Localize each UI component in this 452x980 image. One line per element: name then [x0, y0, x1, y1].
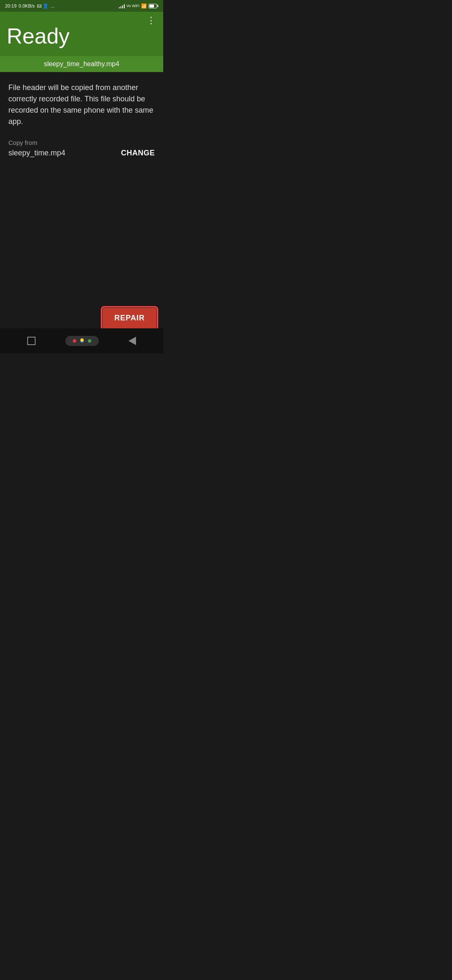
dot-green [88, 339, 91, 343]
time-display: 20:19 [5, 3, 17, 8]
bottom-section: REPAIR [103, 308, 157, 328]
status-bar: 20:19 0.0KB/s 🖂 👤 ... Vo WiFi 📶 [0, 0, 163, 12]
dots-indicator: ... [51, 3, 54, 8]
description-text: File header will be copied from another … [8, 82, 155, 127]
battery-icon [149, 4, 158, 8]
nav-bar [0, 328, 163, 353]
main-content: File header will be copied from another … [0, 72, 163, 168]
target-filename: sleepy_time_healthy.mp4 [44, 60, 119, 67]
repair-button[interactable]: REPAIR [103, 308, 157, 328]
back-button[interactable] [128, 337, 136, 345]
change-button[interactable]: CHANGE [121, 149, 155, 157]
network-speed: 0.0KB/s [19, 3, 35, 8]
status-right: Vo WiFi 📶 [119, 3, 158, 9]
dot-red [73, 339, 76, 343]
signal-icon [119, 3, 125, 8]
filename-bar: sleepy_time_healthy.mp4 [0, 56, 163, 72]
dot-yellow [80, 338, 84, 342]
copy-from-row: sleepy_time.mp4 CHANGE [8, 149, 155, 157]
copy-from-label: Copy from [8, 139, 155, 146]
recents-button[interactable] [27, 337, 36, 345]
page-title: Ready [7, 17, 157, 53]
wifi-icon: 📶 [141, 3, 147, 9]
overflow-menu-button[interactable]: ⋮ [146, 16, 157, 25]
header: ⋮ Ready [0, 12, 163, 56]
source-filename: sleepy_time.mp4 [8, 149, 65, 157]
vowifi-icon: Vo WiFi [126, 4, 139, 8]
notification-icons: 🖂 👤 [37, 3, 49, 9]
status-left: 20:19 0.0KB/s 🖂 👤 ... [5, 3, 54, 9]
